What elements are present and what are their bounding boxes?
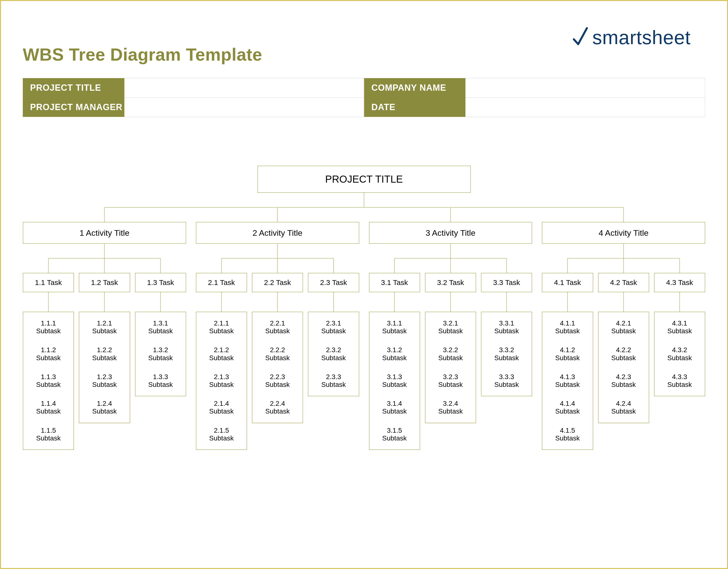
subtask-node: 3.1.1Subtask3.1.2Subtask3.1.3Subtask3.1.… — [369, 312, 420, 450]
task-column: 1.1 Task1.1.1Subtask1.1.2Subtask1.1.3Sub… — [23, 273, 74, 450]
subtask-item: 2.1.3Subtask — [198, 373, 245, 389]
subtask-item: 4.1.1Subtask — [544, 320, 591, 335]
subtask-item: 1.1.2Subtask — [25, 346, 72, 362]
task-node: 1.3 Task — [135, 273, 186, 292]
subtask-item: 3.1.2Subtask — [371, 346, 418, 362]
date-label: DATE — [364, 97, 465, 117]
subtask-item: 2.1.1Subtask — [198, 320, 245, 335]
subtask-item: 4.3.1Subtask — [656, 320, 703, 335]
brand-logo: smartsheet — [572, 26, 691, 49]
subtask-item: 3.1.3Subtask — [371, 373, 418, 389]
task-column: 2.3 Task2.3.1Subtask2.3.2Subtask2.3.3Sub… — [308, 273, 359, 450]
subtask-node: 2.3.1Subtask2.3.2Subtask2.3.3Subtask — [308, 312, 359, 396]
task-column: 3.1 Task3.1.1Subtask3.1.2Subtask3.1.3Sub… — [369, 273, 420, 450]
subtask-item: 3.2.1Subtask — [427, 320, 474, 335]
tasks-row: 2.1 Task2.1.1Subtask2.1.2Subtask2.1.3Sub… — [196, 273, 359, 450]
subtask-item: 3.1.4Subtask — [371, 400, 418, 415]
subtask-node: 3.2.1Subtask3.2.2Subtask3.2.3Subtask3.2.… — [425, 312, 476, 423]
subtask-item: 1.1.4Subtask — [25, 400, 72, 415]
subtask-item: 3.3.1Subtask — [483, 320, 530, 335]
subtask-item: 3.2.2Subtask — [427, 346, 474, 362]
project-manager-label: PROJECT MANAGER — [23, 97, 124, 117]
wbs-diagram: PROJECT TITLE 1 Activity Title1.1 Task1.… — [23, 166, 705, 450]
subtask-item: 1.3.2Subtask — [137, 346, 184, 362]
subtask-item: 4.3.3Subtask — [656, 373, 703, 389]
task-node: 1.2 Task — [79, 273, 130, 292]
subtask-item: 4.2.2Subtask — [600, 346, 647, 362]
task-node: 1.1 Task — [23, 273, 74, 292]
subtask-item: 4.1.5Subtask — [544, 427, 591, 442]
activities-row: 1 Activity Title1.1 Task1.1.1Subtask1.1.… — [23, 222, 705, 450]
subtask-item: 2.2.1Subtask — [254, 320, 301, 335]
task-column: 1.2 Task1.2.1Subtask1.2.2Subtask1.2.3Sub… — [79, 273, 130, 450]
tasks-row: 4.1 Task4.1.1Subtask4.1.2Subtask4.1.3Sub… — [542, 273, 705, 450]
subtask-item: 4.1.3Subtask — [544, 373, 591, 389]
task-column: 3.3 Task3.3.1Subtask3.3.2Subtask3.3.3Sub… — [481, 273, 532, 450]
subtask-item: 4.1.4Subtask — [544, 400, 591, 415]
root-node: PROJECT TITLE — [257, 166, 471, 193]
task-column: 2.2 Task2.2.1Subtask2.2.2Subtask2.2.3Sub… — [252, 273, 303, 450]
subtask-item: 2.3.2Subtask — [310, 346, 357, 362]
task-column: 4.2 Task4.2.1Subtask4.2.2Subtask4.2.3Sub… — [598, 273, 649, 450]
task-node: 3.3 Task — [481, 273, 532, 292]
subtask-item: 3.2.4Subtask — [427, 400, 474, 415]
checkmark-icon — [572, 27, 589, 48]
task-column: 1.3 Task1.3.1Subtask1.3.2Subtask1.3.3Sub… — [135, 273, 186, 450]
activity-node: 2 Activity Title — [196, 222, 359, 244]
subtask-item: 1.2.1Subtask — [81, 320, 128, 335]
subtask-item: 2.3.3Subtask — [310, 373, 357, 389]
activity-column: 1 Activity Title1.1 Task1.1.1Subtask1.1.… — [23, 222, 186, 450]
subtask-node: 1.3.1Subtask1.3.2Subtask1.3.3Subtask — [135, 312, 186, 396]
task-node: 2.3 Task — [308, 273, 359, 292]
task-node: 3.1 Task — [369, 273, 420, 292]
task-column: 3.2 Task3.2.1Subtask3.2.2Subtask3.2.3Sub… — [425, 273, 476, 450]
subtask-node: 4.1.1Subtask4.1.2Subtask4.1.3Subtask4.1.… — [542, 312, 593, 450]
project-title-value[interactable] — [124, 78, 364, 97]
subtask-item: 4.2.1Subtask — [600, 320, 647, 335]
subtask-item: 3.3.2Subtask — [483, 346, 530, 362]
activity-column: 3 Activity Title3.1 Task3.1.1Subtask3.1.… — [369, 222, 532, 450]
subtask-item: 1.3.3Subtask — [137, 373, 184, 389]
brand-text: smartsheet — [592, 26, 691, 49]
task-column: 4.1 Task4.1.1Subtask4.1.2Subtask4.1.3Sub… — [542, 273, 593, 450]
company-name-value[interactable] — [465, 78, 705, 97]
subtask-item: 2.2.2Subtask — [254, 346, 301, 362]
subtask-node: 1.1.1Subtask1.1.2Subtask1.1.3Subtask1.1.… — [23, 312, 74, 450]
tasks-row: 1.1 Task1.1.1Subtask1.1.2Subtask1.1.3Sub… — [23, 273, 186, 450]
task-node: 3.2 Task — [425, 273, 476, 292]
activity-node: 4 Activity Title — [542, 222, 705, 244]
subtask-item: 4.3.2Subtask — [656, 346, 703, 362]
subtask-item: 1.2.4Subtask — [81, 400, 128, 415]
subtask-item: 1.1.1Subtask — [25, 320, 72, 335]
subtask-item: 2.1.2Subtask — [198, 346, 245, 362]
activity-node: 1 Activity Title — [23, 222, 186, 244]
tasks-row: 3.1 Task3.1.1Subtask3.1.2Subtask3.1.3Sub… — [369, 273, 532, 450]
subtask-item: 1.2.3Subtask — [81, 373, 128, 389]
project-manager-value[interactable] — [124, 97, 364, 117]
subtask-item: 3.3.3Subtask — [483, 373, 530, 389]
subtask-item: 2.2.3Subtask — [254, 373, 301, 389]
subtask-item: 3.1.5Subtask — [371, 427, 418, 442]
subtask-node: 3.3.1Subtask3.3.2Subtask3.3.3Subtask — [481, 312, 532, 396]
subtask-node: 4.2.1Subtask4.2.2Subtask4.2.3Subtask4.2.… — [598, 312, 649, 423]
subtask-item: 4.2.3Subtask — [600, 373, 647, 389]
date-value[interactable] — [465, 97, 705, 117]
task-node: 2.2 Task — [252, 273, 303, 292]
subtask-item: 3.2.3Subtask — [427, 373, 474, 389]
subtask-item: 2.3.1Subtask — [310, 320, 357, 335]
subtask-node: 4.3.1Subtask4.3.2Subtask4.3.3Subtask — [654, 312, 705, 396]
task-column: 4.3 Task4.3.1Subtask4.3.2Subtask4.3.3Sub… — [654, 273, 705, 450]
subtask-node: 2.1.1Subtask2.1.2Subtask2.1.3Subtask2.1.… — [196, 312, 247, 450]
page: smartsheet WBS Tree Diagram Template PRO… — [0, 0, 728, 569]
subtask-item: 2.2.4Subtask — [254, 400, 301, 415]
task-node: 2.1 Task — [196, 273, 247, 292]
task-node: 4.3 Task — [654, 273, 705, 292]
subtask-item: 2.1.4Subtask — [198, 400, 245, 415]
task-column: 2.1 Task2.1.1Subtask2.1.2Subtask2.1.3Sub… — [196, 273, 247, 450]
subtask-item: 1.1.5Subtask — [25, 427, 72, 442]
subtask-item: 1.3.1Subtask — [137, 320, 184, 335]
subtask-item: 4.2.4Subtask — [600, 400, 647, 415]
company-name-label: COMPANY NAME — [364, 78, 465, 97]
task-node: 4.1 Task — [542, 273, 593, 292]
activity-node: 3 Activity Title — [369, 222, 532, 244]
